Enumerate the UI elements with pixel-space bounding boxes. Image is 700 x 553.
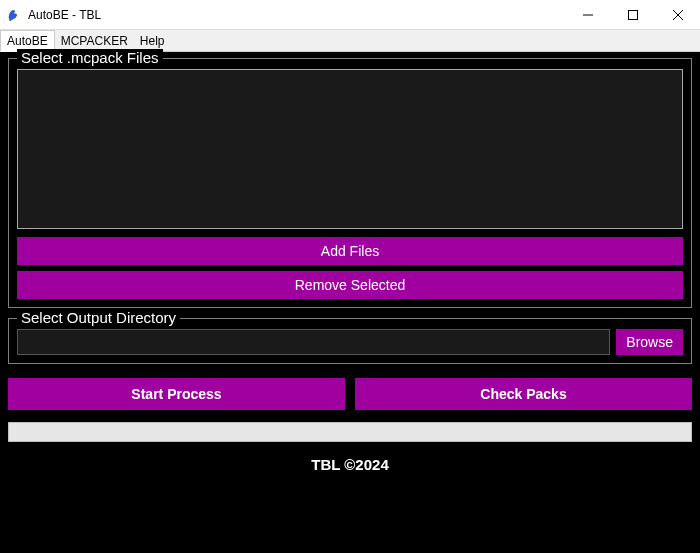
start-process-button[interactable]: Start Process — [8, 378, 345, 410]
titlebar: AutoBE - TBL — [0, 0, 700, 30]
output-path-input[interactable] — [17, 329, 610, 355]
output-row: Browse — [17, 329, 683, 355]
output-fieldset: Select Output Directory Browse — [8, 318, 692, 364]
main-content: Select .mcpack Files Add Files Remove Se… — [0, 52, 700, 553]
files-fieldset: Select .mcpack Files Add Files Remove Se… — [8, 58, 692, 308]
menu-help[interactable]: Help — [134, 31, 171, 51]
files-legend: Select .mcpack Files — [17, 49, 163, 66]
footer-text: TBL ©2024 — [8, 452, 692, 477]
minimize-button[interactable] — [565, 0, 610, 29]
window-controls — [565, 0, 700, 29]
action-row: Start Process Check Packs — [8, 378, 692, 410]
menu-mcpacker[interactable]: MCPACKER — [55, 31, 134, 51]
window-title: AutoBE - TBL — [28, 8, 565, 22]
progress-bar — [8, 422, 692, 442]
svg-rect-1 — [628, 10, 637, 19]
browse-button[interactable]: Browse — [616, 329, 683, 355]
output-legend: Select Output Directory — [17, 309, 180, 326]
file-listbox[interactable] — [17, 69, 683, 229]
app-icon — [6, 7, 22, 23]
maximize-button[interactable] — [610, 0, 655, 29]
add-files-button[interactable]: Add Files — [17, 237, 683, 265]
remove-selected-button[interactable]: Remove Selected — [17, 271, 683, 299]
close-button[interactable] — [655, 0, 700, 29]
check-packs-button[interactable]: Check Packs — [355, 378, 692, 410]
